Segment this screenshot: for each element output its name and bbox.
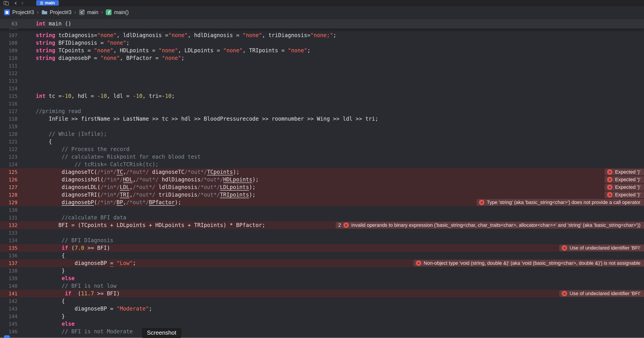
code-line[interactable]: 134 // BFI DIagnosis — [0, 237, 644, 244]
error-message[interactable]: ×Expected ')' — [605, 191, 644, 198]
code-line[interactable]: 126 diagnosishdl(/*in*/HDL,/*out*/ hdlDi… — [0, 176, 644, 183]
code-line[interactable]: 111 — [0, 62, 644, 69]
line-number[interactable]: 143 — [0, 306, 18, 312]
navigate-back-icon[interactable]: ‹ — [14, 0, 17, 6]
line-number[interactable]: 107 — [0, 33, 18, 38]
code-line[interactable]: 113 — [0, 77, 644, 85]
line-number[interactable]: 140 — [0, 283, 18, 289]
code-line[interactable]: 130 — [0, 206, 644, 214]
line-number[interactable]: 128 — [0, 192, 18, 198]
line-number[interactable]: 112 — [0, 71, 18, 76]
code-line[interactable]: 117//priming read — [0, 107, 644, 115]
code-line[interactable]: 122 // Process the record — [0, 145, 644, 153]
code-line[interactable]: 125 diagnoseTC(/*in*/TC,/*out*/ diagnose… — [0, 168, 644, 176]
line-number[interactable]: 116 — [0, 101, 18, 107]
line-number[interactable]: 125 — [0, 169, 18, 175]
line-number[interactable]: 132 — [0, 223, 18, 228]
breadcrumb-item-main[interactable]: Cmain — [79, 9, 98, 15]
code-line[interactable]: 133 — [0, 229, 644, 237]
error-message[interactable]: ×Expected ')' — [605, 176, 644, 183]
code-line[interactable]: 141 if (11.7 >= BFI)×Use of undeclared i… — [0, 290, 644, 297]
window-panes-icon[interactable] — [4, 1, 8, 5]
code-line[interactable]: 136 { — [0, 252, 644, 259]
error-message[interactable]: ×Expected ')' — [605, 184, 644, 191]
error-message[interactable]: ×Use of undeclared identifier 'BFI' — [559, 290, 644, 297]
line-number[interactable]: 144 — [0, 314, 18, 319]
line-number[interactable]: 108 — [0, 40, 18, 46]
code-line[interactable]: 115int tc =-10, hdl = -10, ldl = -10, tr… — [0, 92, 644, 100]
code-line[interactable]: 118 InFile >> firstName >> LastName >> t… — [0, 115, 644, 123]
code-line[interactable]: 120 // While (Infile); — [0, 130, 644, 138]
code-line[interactable]: 129 diagnosebP(/*in*/BP,/*out*/BPfactor)… — [0, 199, 644, 206]
code-line[interactable]: 127 diagnoseLDL(/*in*/LDL,/*out*/ ldlDia… — [0, 183, 644, 191]
line-number[interactable]: 145 — [0, 321, 18, 327]
code-line[interactable]: 143 diagnoseBP = "Moderate"; — [0, 305, 644, 313]
code-line[interactable]: 109string TCpoints = "none", HDLpoints =… — [0, 47, 644, 54]
line-number[interactable]: 127 — [0, 185, 18, 190]
line-number[interactable]: 109 — [0, 48, 18, 53]
sticky-declaration[interactable]: 63 int main () — [0, 19, 644, 28]
line-number[interactable]: 124 — [0, 162, 18, 167]
code-line[interactable]: 146 // BFI is not Moderate — [0, 328, 644, 335]
code-line[interactable]: 128 diagnoseTRI(/*in*/TRI,/*out*/ triDia… — [0, 191, 644, 199]
code-line[interactable]: 138 } — [0, 267, 644, 275]
line-number[interactable]: 142 — [0, 299, 18, 304]
code-line[interactable]: 108string BFIDiagnosis = "none"; — [0, 39, 644, 47]
code-line[interactable]: 106 — [0, 28, 644, 31]
error-message[interactable]: ×Type 'string' (aka 'basic_string<char>'… — [476, 199, 644, 206]
code-line[interactable]: 140 // BFI is not low — [0, 282, 644, 290]
line-number[interactable]: 111 — [0, 63, 18, 69]
error-message[interactable]: ×Use of undeclared identifier 'BFI' — [559, 245, 644, 251]
line-number[interactable]: 133 — [0, 230, 18, 236]
line-number[interactable]: 141 — [0, 291, 18, 297]
code-line[interactable]: 131 //calculate BFI data — [0, 214, 644, 221]
breadcrumb-item-project3[interactable]: ▦Project#3 — [4, 9, 34, 15]
line-number[interactable]: 137 — [0, 261, 18, 266]
code-line[interactable]: 139 else — [0, 275, 644, 282]
code-line[interactable]: 114 — [0, 85, 644, 92]
code-line[interactable]: 107string tcDiagnosis="none", ldlDiagnos… — [0, 31, 644, 39]
line-number[interactable]: 146 — [0, 329, 18, 335]
line-number[interactable]: 113 — [0, 78, 18, 84]
code-line[interactable]: 110string diagnosebP = "none", BPfactor … — [0, 54, 644, 62]
line-number[interactable]: 118 — [0, 116, 18, 122]
line-number[interactable]: 129 — [0, 200, 18, 205]
code-editor[interactable]: 106107string tcDiagnosis="none", ldlDiag… — [0, 28, 644, 338]
error-message[interactable]: ×Expected ')' — [605, 169, 644, 175]
code-line[interactable]: 132 BFI = (TCpoints + LDLpoints + HDLpoi… — [0, 221, 644, 229]
code-line[interactable]: 116 — [0, 100, 644, 107]
line-number[interactable]: 130 — [0, 207, 18, 213]
error-message[interactable]: 2×Invalid operands to binary expression … — [336, 222, 644, 229]
line-number[interactable]: 117 — [0, 109, 18, 114]
line-number[interactable]: 114 — [0, 86, 18, 91]
line-number[interactable]: 139 — [0, 276, 18, 281]
code-line[interactable]: 137 diagnoseBP = "Low";×Non-object type … — [0, 259, 644, 267]
code-line[interactable]: 124 // tcRisk= CalcTCRisk(tc); — [0, 161, 644, 168]
code-line[interactable]: 121 { — [0, 138, 644, 145]
code-line[interactable]: 144 } — [0, 313, 644, 320]
line-number[interactable]: 122 — [0, 147, 18, 152]
line-number[interactable]: 110 — [0, 55, 18, 61]
error-message[interactable]: ×Non-object type 'void (string, double &… — [414, 260, 644, 267]
line-number[interactable]: 135 — [0, 245, 18, 251]
breadcrumb-item-main[interactable]: fmain() — [106, 9, 128, 15]
line-number[interactable]: 123 — [0, 154, 18, 160]
code-line[interactable]: 123 // calculate= Riskpoint for each blo… — [0, 153, 644, 161]
code-line[interactable]: 119 — [0, 123, 644, 130]
breadcrumb-item-project3[interactable]: Project#3 — [42, 9, 72, 15]
line-number[interactable]: 126 — [0, 177, 18, 183]
line-number[interactable]: 115 — [0, 93, 18, 99]
navigate-forward-icon[interactable]: › — [21, 0, 24, 6]
tab-main[interactable]: main — [36, 0, 59, 5]
line-number[interactable]: 138 — [0, 268, 18, 274]
code-line[interactable]: 135 if (7.0 >= BFI)×Use of undeclared id… — [0, 244, 644, 252]
line-number[interactable]: 120 — [0, 131, 18, 137]
code-line[interactable]: 142 { — [0, 297, 644, 305]
line-number[interactable]: 119 — [0, 124, 18, 129]
line-number[interactable]: 121 — [0, 139, 18, 145]
dock-app-icon[interactable] — [4, 335, 10, 338]
line-number[interactable]: 134 — [0, 238, 18, 243]
line-number[interactable]: 131 — [0, 215, 18, 221]
line-number[interactable]: 136 — [0, 253, 18, 259]
code-line[interactable]: 145 else — [0, 320, 644, 328]
